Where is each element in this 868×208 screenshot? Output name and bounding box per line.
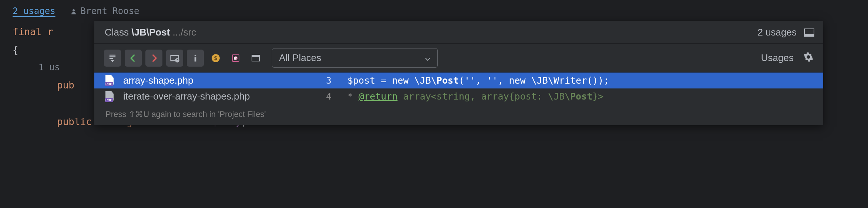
scope-label: All Places [279, 52, 321, 64]
svg-point-3 [175, 58, 179, 63]
svg-text:m: m [234, 56, 238, 60]
scroll-to-source-button[interactable] [104, 50, 121, 67]
popup-header-right: 2 usages [757, 27, 814, 38]
group-by-button[interactable] [166, 50, 183, 67]
result-line-number: 3 [326, 75, 341, 86]
open-in-tool-window-icon[interactable] [804, 28, 814, 37]
person-icon [70, 8, 77, 15]
info-button[interactable] [187, 50, 204, 67]
php-file-icon [105, 91, 117, 102]
find-usages-popup: Class \JB\Post .../src 2 usages $ [94, 21, 823, 125]
method-filter-icon[interactable]: m [230, 52, 242, 64]
svg-point-4 [195, 54, 196, 56]
result-row[interactable]: iterate-over-array-shapes.php 4 * @retur… [94, 88, 823, 104]
result-code-preview: $post = new \JB\Post('', '', new \JB\Wri… [347, 75, 812, 86]
keyword-partial: pub [57, 80, 74, 91]
title-prefix: Class [105, 27, 131, 38]
svg-rect-2 [804, 34, 814, 36]
results-list: array-shape.php 3 $post = new \JB\Post('… [94, 73, 823, 104]
next-occurrence-button[interactable] [145, 50, 162, 67]
gear-icon [803, 52, 814, 62]
title-class: \JB\Post [131, 27, 170, 38]
author-hint[interactable]: Brent Roose [70, 3, 139, 20]
svg-rect-12 [252, 55, 259, 57]
result-filename: array-shape.php [123, 75, 319, 86]
svg-rect-5 [195, 57, 196, 61]
scope-dropdown[interactable]: All Places [272, 48, 438, 68]
preview-toggle-icon[interactable] [250, 52, 262, 64]
usages-tab-label[interactable]: Usages [761, 52, 794, 64]
coin-filter-icon[interactable]: $ [210, 52, 222, 64]
keyword-partial: r [47, 26, 53, 37]
inlay-hints-row: 2 usages Brent Roose [0, 0, 868, 23]
result-code-preview: * @return array<string, array{post: \JB\… [347, 91, 812, 102]
usages-count: 2 usages [757, 27, 797, 38]
result-line-number: 4 [326, 91, 341, 102]
title-path: .../src [170, 27, 196, 38]
result-row[interactable]: array-shape.php 3 $post = new \JB\Post('… [94, 73, 823, 88]
keyword-public: public [57, 116, 98, 127]
settings-button[interactable] [803, 52, 814, 64]
result-filename: iterate-over-array-shapes.php [123, 91, 319, 102]
svg-text:$: $ [214, 55, 218, 61]
author-name: Brent Roose [81, 3, 139, 20]
footer-hint: Press ⇧⌘U again to search in 'Project Fi… [94, 104, 823, 125]
keyword-final: final [13, 26, 47, 37]
popup-toolbar: $ m All Places Usages [94, 44, 823, 73]
chevron-down-icon [425, 52, 431, 64]
svg-point-0 [73, 9, 75, 11]
popup-title: Class \JB\Post .../src [105, 27, 196, 38]
usages-link[interactable]: 2 usages [13, 3, 55, 20]
php-file-icon [105, 75, 117, 86]
prev-occurrence-button[interactable] [125, 50, 142, 67]
popup-header: Class \JB\Post .../src 2 usages [94, 21, 823, 44]
